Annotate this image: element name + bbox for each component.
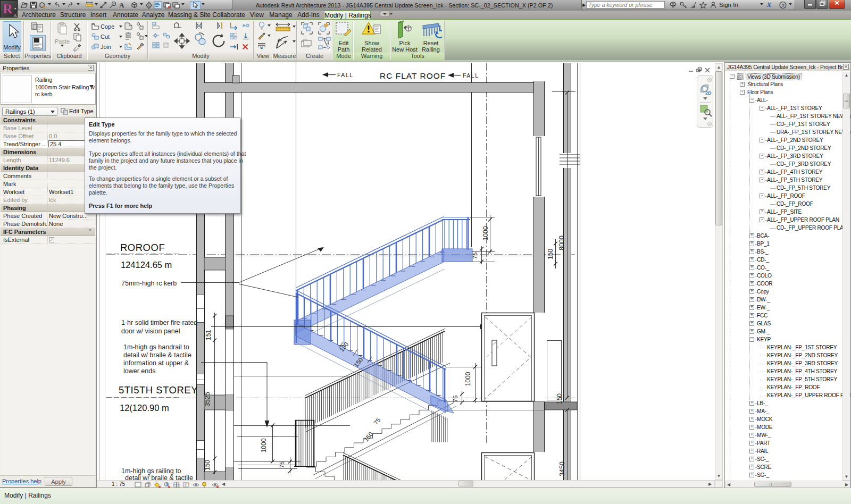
svg-text:151: 151 [205, 330, 212, 340]
svg-text:FALL: FALL [337, 72, 354, 78]
svg-text:A: A [14, 13, 17, 18]
svg-text:FALL: FALL [463, 72, 479, 79]
svg-text:1000: 1000 [482, 226, 489, 240]
svg-text:150: 150 [363, 431, 374, 443]
svg-text:3450: 3450 [558, 461, 566, 476]
svg-text:A: A [119, 1, 124, 9]
svg-text:door w/ vision panel: door w/ vision panel [121, 327, 180, 335]
svg-text:detail w/ braile & tactile: detail w/ braile & tactile [125, 474, 193, 480]
svg-text:75: 75 [279, 461, 285, 468]
svg-text:RC FLAT ROOF: RC FLAT ROOF [380, 71, 446, 80]
svg-text:75mm-high rc kerb: 75mm-high rc kerb [121, 280, 177, 287]
svg-text:detail w/ braile & tactile: detail w/ braile & tactile [123, 351, 191, 359]
svg-text:1m-high gs railing to: 1m-high gs railing to [121, 467, 181, 475]
svg-text:2D: 2D [705, 90, 712, 96]
svg-text:150: 150 [204, 460, 211, 471]
svg-text:1000: 1000 [464, 372, 472, 386]
svg-text:8000: 8000 [558, 236, 565, 250]
svg-text:5TI5TH STOREY: 5TI5TH STOREY [119, 384, 198, 396]
svg-text:ROROOF: ROROOF [120, 242, 165, 253]
svg-text:?: ? [782, 2, 785, 7]
svg-text:1000: 1000 [260, 438, 268, 452]
svg-text:R: R [3, 1, 13, 16]
svg-text:150: 150 [556, 393, 563, 404]
svg-text:124124.65 m: 124124.65 m [121, 260, 172, 270]
svg-text:75: 75 [452, 396, 458, 402]
svg-text:150: 150 [547, 249, 554, 259]
svg-text:lower ends: lower ends [123, 367, 155, 375]
svg-text:75: 75 [472, 253, 478, 259]
svg-text:75: 75 [372, 417, 381, 426]
svg-text:1-hr solid timber fire-rated: 1-hr solid timber fire-rated [121, 319, 197, 326]
svg-text:1m-high gs handrail to: 1m-high gs handrail to [123, 343, 189, 351]
svg-text:3525: 3525 [204, 392, 211, 407]
svg-text:12(120.90 m: 12(120.90 m [120, 403, 169, 413]
svg-text:information at upper &: information at upper & [123, 359, 189, 367]
